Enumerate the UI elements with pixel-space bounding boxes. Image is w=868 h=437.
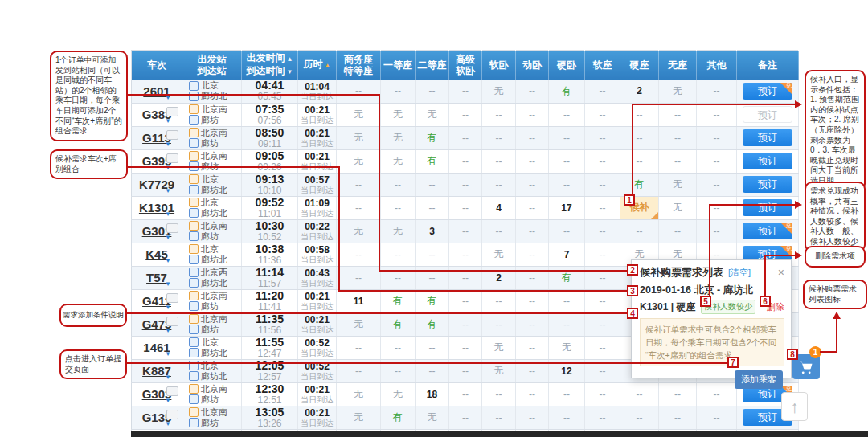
expand-caret-icon[interactable]: ▼: [165, 374, 171, 381]
book-button[interactable]: 预订: [743, 176, 792, 193]
station-type-icon: [189, 407, 199, 417]
station-line: 廊坊北: [184, 278, 240, 288]
expand-caret-icon[interactable]: ▼: [165, 328, 171, 334]
train-row: G113▼北京南廊坊08:5009:1100:21当日到达无无有--------…: [132, 126, 799, 149]
annotation-note: 需求兑现成功概率，共有三种情况：候补人数较多、候补人数一般、候补人数较少: [805, 182, 866, 252]
expand-caret-icon[interactable]: ▼: [165, 188, 171, 194]
same-day-note: 当日到达: [300, 372, 334, 381]
duration-value: 00:21: [300, 104, 334, 116]
station-type-icon: [189, 384, 199, 394]
seat-cell: --: [585, 80, 620, 103]
time-cell: 11:3511:56: [242, 312, 298, 336]
expand-caret-icon[interactable]: ▼: [165, 235, 171, 241]
expand-caret-icon[interactable]: ▼: [165, 421, 171, 427]
expand-caret-icon[interactable]: ▼: [165, 304, 171, 311]
seat-cell: 无: [337, 103, 381, 126]
seat-cell: --: [659, 126, 697, 149]
seat-cell: --: [337, 243, 381, 266]
same-day-note: 当日到达: [300, 325, 334, 334]
arrival-time: 11:36: [244, 255, 296, 266]
seat-cell: 2: [620, 80, 659, 103]
seat-cell: 无: [337, 382, 381, 406]
station-cell: 北京南廊坊: [182, 312, 242, 336]
clear-all-link[interactable]: [清空]: [728, 267, 751, 279]
train-cell: T57▼: [132, 266, 182, 289]
station-name: 廊坊: [201, 325, 219, 335]
duration-cell: 00:21当日到达: [298, 382, 337, 406]
column-header[interactable]: 出发时间▲到达时间▼: [242, 51, 298, 80]
departure-time: 11:35: [244, 313, 296, 325]
annotation-marker: 7: [727, 357, 739, 368]
annotation-note: 删除需求项: [805, 246, 866, 268]
station-line: 北京南: [184, 104, 240, 115]
expand-caret-icon[interactable]: ▼: [165, 398, 171, 404]
time-cell: 09:0509:26: [242, 149, 298, 173]
popup-title: 候补购票需求列表: [640, 265, 723, 280]
train-cell: K45▼: [132, 243, 182, 266]
expand-caret-icon[interactable]: ▼: [165, 118, 171, 125]
same-day-note: 当日到达: [300, 116, 334, 125]
waitlist-item-label: K1301 | 硬座: [640, 300, 695, 314]
station-cell: 北京南廊坊: [182, 382, 242, 406]
seat-cell: 无: [337, 126, 381, 149]
seat-cell: 有: [620, 173, 659, 196]
expand-caret-icon[interactable]: ▼: [165, 351, 171, 357]
annotation-marker: 4: [627, 308, 638, 319]
remark-cell: 预订兑: [737, 219, 799, 243]
seat-cell: --: [549, 382, 585, 406]
station-cell: 北京南廊坊: [182, 103, 242, 126]
seat-cell: 4: [482, 196, 516, 219]
back-to-top-button[interactable]: ↑: [781, 392, 808, 421]
duration-value: 00:52: [300, 337, 334, 349]
station-cell: 北京南廊坊: [182, 149, 242, 173]
annotation-line: [836, 317, 837, 353]
train-type-icon: [166, 317, 178, 326]
book-button[interactable]: 预订: [743, 153, 792, 169]
expand-caret-icon[interactable]: ▼: [165, 258, 171, 264]
book-button[interactable]: 预订兑: [743, 223, 792, 239]
station-type-icon: [189, 244, 199, 254]
station-line: 廊坊: [184, 138, 240, 149]
column-header: 高级软卧: [449, 51, 482, 80]
station-name: 北京南: [201, 407, 227, 418]
seat-cell: 无: [659, 196, 697, 219]
column-header-label: 软座: [585, 59, 620, 71]
column-header[interactable]: 历时▲: [298, 51, 337, 80]
column-header-label: 二等座: [416, 59, 448, 71]
column-header: 软卧: [482, 51, 516, 80]
seat-cell: --: [416, 80, 449, 103]
book-button[interactable]: 预订兑: [743, 83, 792, 100]
seat-cell: --: [516, 103, 549, 126]
train-type-icon: [166, 293, 178, 303]
seat-cell: 有: [381, 289, 416, 312]
annotation-note: 需求添加条件说明: [59, 304, 127, 327]
train-cell: K7729▼: [132, 173, 182, 196]
train-number-link[interactable]: T57: [146, 271, 167, 284]
book-button[interactable]: 预订: [743, 129, 792, 146]
seat-cell: --: [516, 219, 549, 243]
popup-footer: 添加乘客: [632, 366, 791, 389]
annotation-marker: 1: [624, 194, 635, 206]
column-header: 硬卧: [549, 51, 585, 80]
book-button[interactable]: 预订: [743, 199, 792, 216]
expand-caret-icon[interactable]: ▼: [165, 281, 171, 288]
seat-cell: 无: [482, 336, 516, 359]
station-cell: 北京西廊坊北: [182, 266, 242, 289]
train-cell: G301▼: [132, 219, 182, 243]
column-header: 硬座: [620, 51, 659, 80]
seat-cell: --: [585, 312, 620, 336]
add-passenger-button[interactable]: 添加乘客: [735, 370, 783, 389]
seat-cell: --: [416, 336, 449, 359]
close-icon[interactable]: ×: [778, 267, 784, 278]
seat-cell: 无: [337, 149, 381, 173]
annotation-marker: 3: [627, 285, 638, 296]
expand-caret-icon[interactable]: ▼: [165, 141, 171, 148]
seat-cell: --: [337, 266, 381, 289]
waitlist-popup: 候补购票需求列表 [清空] × 2019-01-16 北京 - 廊坊北 K130…: [631, 259, 792, 378]
expand-caret-icon[interactable]: ▼: [165, 211, 171, 218]
duration-value: 01:04: [300, 81, 334, 92]
seat-cell: --: [449, 289, 482, 312]
station-cell: 北京廊坊北: [182, 173, 242, 196]
station-type-icon: [189, 337, 199, 347]
seat-cell: 有: [416, 149, 449, 173]
